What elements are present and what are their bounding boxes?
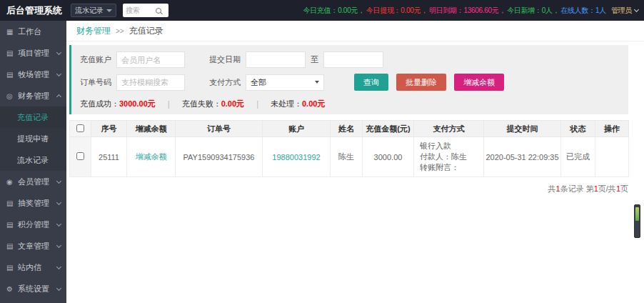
pay-method-selected: 全部 [251, 77, 266, 88]
date-to-input[interactable] [323, 51, 383, 68]
status-badge: 已完成 [561, 137, 595, 177]
custom-scrollbar-track[interactable] [634, 204, 640, 238]
summary-row: 充值成功：3000.00元 ｜ 充值失败：0.00元 ｜ 未处理：0.00元 [80, 96, 628, 109]
col-adjust: 增减余额 [127, 121, 176, 137]
cell-actions [595, 137, 629, 177]
batch-delete-button[interactable]: 批量删除 [396, 74, 446, 91]
chevron-down-icon [106, 9, 112, 12]
recharge-account-label: 充值账户 [80, 54, 111, 65]
chevron-down-icon [56, 49, 61, 54]
lottery-icon: ▤ [6, 199, 18, 207]
chevron-up-icon [56, 94, 61, 99]
sidebar: ▦ 工作台 ▤ 项目管理 ▤ 牧场管理 ◎ 财务管理 充值记录 提现申请 流水记… [0, 21, 66, 303]
mail-icon: ▤ [6, 264, 18, 272]
order-number-input[interactable] [116, 74, 185, 91]
filter-panel: 充值账户 提交日期 至 订单号码 支付方式 全部 查询 批量删除 增减余额 [69, 45, 628, 114]
success-label: 充值成功： [80, 99, 119, 108]
breadcrumb-parent[interactable]: 财务管理 [76, 25, 111, 37]
col-status: 状态 [561, 121, 595, 137]
sidebar-item-settings[interactable]: ⚙ 系统设置 [0, 278, 66, 299]
finance-submenu: 充值记录 提现申请 流水记录 [0, 106, 66, 171]
adjust-balance-link[interactable]: 增减余额 [136, 152, 167, 161]
sidebar-subitem-recharge-records[interactable]: 充值记录 [0, 106, 66, 128]
col-account: 账户 [263, 121, 331, 137]
app-title: 后台管理系统 [0, 4, 66, 17]
query-button[interactable]: 查询 [354, 74, 388, 91]
chevron-down-icon [56, 71, 61, 76]
chevron-down-icon [315, 81, 319, 84]
chevron-down-icon [634, 7, 639, 12]
col-actions: 操作 [595, 121, 629, 137]
stat-today-recharge: 今日充值：0.00元， [303, 6, 365, 16]
chevron-down-icon [56, 221, 61, 226]
chevron-down-icon [56, 199, 61, 204]
col-order-no: 订单号 [176, 121, 263, 137]
sidebar-subitem-flow-records[interactable]: 流水记录 [0, 149, 66, 171]
table-header-row: 序号 增减余额 订单号 账户 姓名 充值金额(元) 支付方式 提交时间 状态 操… [70, 121, 629, 137]
success-value: 3000.00元 [119, 99, 156, 108]
sidebar-item-articles[interactable]: ▤ 文章管理 [0, 235, 66, 257]
user-menu-label: 管理员 [611, 6, 632, 16]
sidebar-item-member[interactable]: ◉ 会员管理 [0, 171, 66, 192]
col-pay-method: 支付方式 [414, 121, 484, 137]
submit-date-label: 提交日期 [209, 54, 241, 65]
sidebar-item-workbench[interactable]: ▦ 工作台 [0, 21, 66, 42]
col-amount: 充值金额(元) [363, 121, 414, 137]
stat-new-today: 今日新增：0人， [507, 6, 559, 16]
pending-label: 未处理： [271, 99, 302, 108]
sidebar-item-ranch[interactable]: ▤ 牧场管理 [0, 64, 66, 85]
custom-scrollbar-thumb[interactable] [635, 207, 639, 221]
member-icon: ◉ [6, 178, 18, 186]
pay-method-label: 支付方式 [209, 77, 241, 88]
gear-icon: ⚙ [6, 285, 18, 293]
user-menu[interactable]: 管理员 [611, 6, 638, 16]
sidebar-subitem-withdraw-requests[interactable]: 提现申请 [0, 128, 66, 149]
main-content: 财务管理 >> 充值记录 充值账户 提交日期 至 订单号码 支付方式 全部 [66, 21, 644, 303]
pagination: 共1条记录 第1页/共1页 [66, 184, 628, 194]
select-all-checkbox[interactable] [76, 124, 84, 132]
col-submit-time: 提交时间 [484, 121, 561, 137]
adjust-balance-button[interactable]: 增减余额 [454, 74, 504, 91]
pay-method-select[interactable]: 全部 [246, 74, 324, 91]
chevron-down-icon [56, 178, 61, 183]
row-checkbox[interactable] [76, 152, 84, 160]
sidebar-item-lottery[interactable]: ▤ 抽奖管理 [0, 192, 66, 214]
order-number-label: 订单号码 [80, 77, 111, 88]
sidebar-item-messages[interactable]: ▤ 站内信 [0, 257, 66, 278]
chevron-down-icon [56, 242, 61, 247]
fail-label: 充值失败： [182, 99, 221, 108]
account-link[interactable]: 19880031992 [272, 153, 320, 162]
module-select[interactable]: 流水记录 [71, 4, 116, 17]
recharge-account-input[interactable] [116, 51, 185, 68]
workbench-icon: ▦ [6, 28, 18, 36]
finance-icon: ◎ [6, 92, 18, 100]
stat-due-tomorrow: 明日到期：13606.60元， [429, 6, 505, 16]
search-input[interactable] [126, 6, 156, 14]
records-table: 序号 增减余额 订单号 账户 姓名 充值金额(元) 支付方式 提交时间 状态 操… [69, 120, 628, 177]
stat-online-users: 在线人数：1人 [560, 6, 605, 16]
topbar: 后台管理系统 流水记录 今日充值：0.00元， 今日提现：0.00元， 明日到期… [0, 0, 644, 21]
ranch-icon: ▤ [6, 71, 18, 79]
module-select-value: 流水记录 [75, 6, 104, 16]
sidebar-item-finance[interactable]: ◎ 财务管理 [0, 85, 66, 106]
date-to-label: 至 [311, 54, 318, 65]
date-from-input[interactable] [246, 51, 306, 68]
cell-submit-time: 2020-05-31 22:09:35 [484, 137, 561, 177]
fail-value: 0.00元 [221, 99, 244, 108]
breadcrumb-separator: >> [116, 27, 124, 35]
table-row: 25111 增减余额 PAY1590934175936 19880031992 … [70, 137, 629, 177]
search-icon[interactable] [156, 8, 161, 14]
col-name: 姓名 [331, 121, 363, 137]
pending-value: 0.00元 [302, 99, 325, 108]
sidebar-item-project[interactable]: ▤ 项目管理 [0, 42, 66, 64]
sidebar-item-points[interactable]: ▤ 积分管理 [0, 214, 66, 235]
cell-pay-method: 银行入款 付款人：陈生 转账附言： [414, 137, 484, 177]
points-icon: ▤ [6, 221, 18, 229]
article-icon: ▤ [6, 242, 18, 250]
topbar-search [123, 4, 168, 17]
cell-order-no: PAY1590934175936 [176, 137, 263, 177]
col-seq: 序号 [91, 121, 127, 137]
cell-amount: 3000.00 [363, 137, 414, 177]
stat-today-withdraw: 今日提现：0.00元， [366, 6, 428, 16]
cell-seq: 25111 [91, 137, 127, 177]
